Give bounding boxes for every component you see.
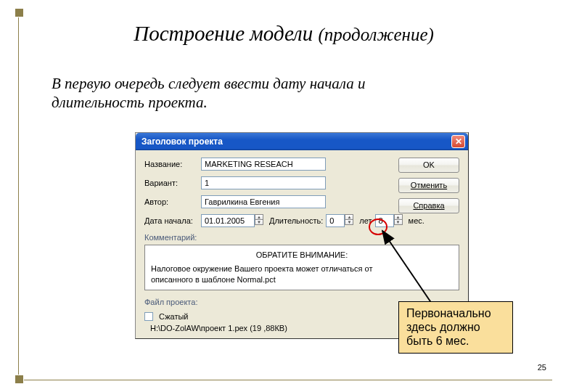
- slide-title-sub: (продолжение): [319, 25, 434, 44]
- years-stepper[interactable]: ▲▼: [345, 214, 353, 227]
- body-line-1: В первую очередь следует ввести дату нач…: [52, 74, 516, 93]
- comment-label: Комментарий:: [144, 233, 197, 242]
- chevron-down-icon: ▼: [345, 219, 353, 225]
- packed-label: Сжатый: [159, 312, 189, 321]
- comment-panel[interactable]: ОБРАТИТЕ ВНИМАНИЕ: Налоговое окружение В…: [144, 245, 459, 290]
- callout-line-2: здесь должно: [406, 320, 505, 334]
- chevron-up-icon: ▲: [345, 214, 353, 219]
- frame-vbar: [18, 17, 19, 375]
- dialog-title: Заголовок проекта: [142, 133, 223, 150]
- chevron-down-icon: ▼: [394, 219, 403, 225]
- page-number: 25: [538, 363, 546, 372]
- cancel-button[interactable]: Отменить: [398, 178, 459, 193]
- close-button[interactable]: ✕: [451, 135, 465, 148]
- duration-label: Длительность:: [269, 216, 323, 225]
- attention-text-1: Налоговое окружение Вашего проекта может…: [151, 264, 453, 274]
- attention-text-2: описанного в шаблоне Normal.pct: [151, 274, 453, 285]
- slide-title-main: Построение модели: [134, 22, 313, 45]
- author-label: Автор:: [144, 197, 201, 206]
- dialog-button-column: OK Отменить Справка: [398, 158, 459, 213]
- variant-field[interactable]: 1: [201, 176, 326, 189]
- name-field[interactable]: MARKETING RESEACH: [201, 158, 326, 171]
- attention-heading: ОБРАТИТЕ ВНИМАНИЕ:: [151, 250, 453, 261]
- ok-button[interactable]: OK: [398, 158, 459, 173]
- help-button[interactable]: Справка: [398, 198, 459, 213]
- date-stepper[interactable]: ▲▼: [255, 214, 263, 227]
- close-icon: ✕: [455, 133, 462, 150]
- callout-line-3: быть 6 мес.: [406, 334, 505, 348]
- callout-note: Первоначально здесь должно быть 6 мес.: [398, 301, 513, 354]
- months-unit: мес.: [409, 216, 424, 225]
- name-label: Название:: [144, 160, 201, 168]
- body-line-2: длительность проекта.: [52, 93, 516, 112]
- frame-corner-tl: [15, 9, 23, 17]
- date-label: Дата начала:: [144, 216, 201, 225]
- chevron-up-icon: ▲: [394, 214, 403, 219]
- months-stepper[interactable]: ▲▼: [394, 214, 403, 227]
- chevron-up-icon: ▲: [255, 214, 263, 219]
- frame-hbar: [24, 380, 552, 380]
- slide-title: Построение модели (продолжение): [15, 22, 552, 46]
- author-field[interactable]: Гаврилкина Евгения: [201, 195, 326, 208]
- variant-label: Вариант:: [144, 179, 201, 187]
- years-unit: лет: [359, 216, 372, 225]
- comment-group: Комментарий:: [144, 233, 459, 242]
- months-field[interactable]: 8: [375, 214, 394, 227]
- packed-checkbox[interactable]: [144, 312, 153, 321]
- date-field[interactable]: 01.01.2005: [201, 214, 255, 227]
- years-field[interactable]: 0: [326, 214, 345, 227]
- file-label: Файл проекта:: [144, 298, 197, 306]
- dialog-titlebar[interactable]: Заголовок проекта ✕: [136, 133, 468, 150]
- chevron-down-icon: ▼: [255, 219, 263, 225]
- callout-line-1: Первоначально: [406, 306, 505, 320]
- body-text: В первую очередь следует ввести дату нач…: [52, 74, 516, 113]
- frame-corner-bl: [15, 375, 23, 383]
